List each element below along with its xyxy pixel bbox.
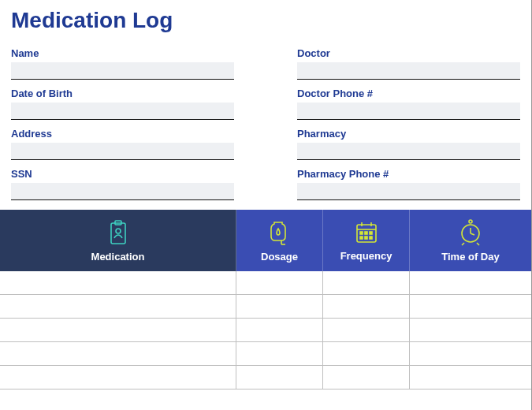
label-address: Address — [11, 128, 234, 140]
cell-medication[interactable] — [0, 342, 236, 366]
label-name: Name — [11, 47, 234, 59]
table-row — [0, 271, 531, 295]
label-pharmacy: Pharmacy — [297, 128, 520, 140]
cell-timeofday[interactable] — [410, 271, 531, 295]
table-row — [0, 319, 531, 342]
cell-frequency[interactable] — [323, 366, 410, 390]
cell-frequency[interactable] — [323, 295, 410, 319]
table-body — [0, 271, 531, 390]
svg-line-15 — [471, 233, 474, 235]
field-name: Name — [11, 47, 234, 80]
cell-medication[interactable] — [0, 271, 236, 295]
medication-log-page: Medication Log Name Doctor Date of Birth… — [0, 0, 532, 410]
field-pharmacy-phone: Pharmacy Phone # — [297, 168, 520, 200]
table-row — [0, 366, 531, 390]
cell-dosage[interactable] — [236, 271, 323, 295]
cell-medication[interactable] — [0, 366, 236, 390]
field-dob: Date of Birth — [11, 88, 234, 120]
svg-rect-9 — [370, 232, 372, 234]
col-label-dosage: Dosage — [261, 251, 298, 263]
input-pharmacy-phone[interactable] — [297, 183, 520, 200]
label-pharmacy-phone: Pharmacy Phone # — [297, 168, 520, 180]
col-header-timeofday: Time of Day — [410, 210, 531, 271]
svg-line-17 — [462, 243, 464, 245]
svg-rect-10 — [360, 237, 363, 239]
table-row — [0, 342, 531, 366]
cell-medication[interactable] — [0, 295, 236, 319]
clock-icon — [458, 219, 483, 246]
table-row — [0, 295, 531, 319]
label-doctor: Doctor — [297, 47, 520, 59]
svg-rect-12 — [370, 237, 372, 239]
svg-point-2 — [116, 229, 121, 233]
page-title: Medication Log — [11, 0, 520, 47]
col-label-medication: Medication — [91, 251, 145, 263]
field-doctor-phone: Doctor Phone # — [297, 88, 520, 120]
input-pharmacy[interactable] — [297, 143, 520, 160]
input-dob[interactable] — [11, 102, 234, 120]
input-address[interactable] — [11, 143, 234, 160]
svg-line-18 — [477, 243, 479, 245]
label-doctor-phone: Doctor Phone # — [297, 88, 520, 99]
label-dob: Date of Birth — [11, 88, 234, 99]
col-label-timeofday: Time of Day — [441, 251, 499, 263]
patient-info-form: Name Doctor Date of Birth Doctor Phone #… — [11, 47, 520, 210]
col-label-frequency: Frequency — [340, 250, 392, 262]
input-doctor-phone[interactable] — [297, 102, 520, 120]
field-address: Address — [11, 128, 234, 160]
svg-rect-8 — [365, 232, 367, 234]
field-doctor: Doctor — [297, 47, 520, 80]
cell-dosage[interactable] — [236, 342, 323, 366]
label-ssn: SSN — [11, 168, 234, 180]
svg-rect-7 — [360, 232, 363, 234]
cell-frequency[interactable] — [323, 342, 410, 366]
cell-frequency[interactable] — [323, 271, 410, 295]
col-header-dosage: Dosage — [236, 210, 323, 271]
cell-timeofday[interactable] — [410, 366, 531, 390]
calendar-icon — [354, 220, 379, 245]
field-ssn: SSN — [11, 168, 234, 200]
col-header-medication: Medication — [0, 210, 236, 271]
input-doctor[interactable] — [297, 62, 520, 80]
col-header-frequency: Frequency — [323, 210, 410, 271]
clipboard-id-icon — [106, 219, 131, 246]
medication-table: Medication Dosage — [0, 210, 531, 390]
cell-dosage[interactable] — [236, 319, 323, 342]
svg-rect-11 — [365, 237, 367, 239]
cell-dosage[interactable] — [236, 366, 323, 390]
cell-medication[interactable] — [0, 319, 236, 342]
svg-point-16 — [469, 220, 472, 223]
input-ssn[interactable] — [11, 183, 234, 200]
cell-timeofday[interactable] — [410, 319, 531, 342]
table-header: Medication Dosage — [0, 210, 531, 271]
field-pharmacy: Pharmacy — [297, 128, 520, 160]
iv-bag-icon — [268, 219, 292, 246]
cell-frequency[interactable] — [323, 319, 410, 342]
input-name[interactable] — [11, 62, 234, 80]
cell-timeofday[interactable] — [410, 342, 531, 366]
cell-dosage[interactable] — [236, 295, 323, 319]
cell-timeofday[interactable] — [410, 295, 531, 319]
